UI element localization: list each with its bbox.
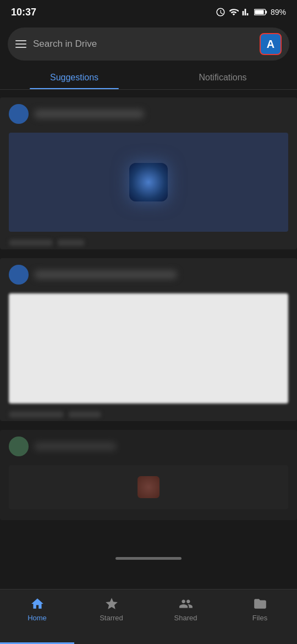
card-2-meta-1 — [9, 411, 64, 418]
svg-rect-1 — [266, 10, 267, 13]
card-3-preview — [9, 465, 288, 509]
card-2-meta — [0, 408, 297, 414]
card-1-meta-1 — [9, 239, 53, 246]
card-3-title — [34, 442, 117, 451]
nav-files-label: Files — [252, 614, 267, 622]
suggestion-card-3[interactable] — [0, 430, 297, 520]
search-bar[interactable]: Search in Drive A — [8, 28, 289, 61]
user-avatar-button[interactable]: A — [260, 33, 282, 55]
card-1-meta-2 — [57, 239, 85, 246]
scroll-indicator — [116, 557, 182, 560]
nav-starred-label: Starred — [100, 614, 123, 622]
search-placeholder: Search in Drive — [33, 39, 253, 50]
nav-item-starred[interactable]: Starred — [74, 596, 148, 622]
suggestion-card-2[interactable] — [0, 258, 297, 421]
card-2-title — [34, 270, 177, 279]
card-1-icon — [9, 104, 29, 124]
card-2-header — [0, 258, 297, 289]
nav-shared-label: Shared — [174, 614, 197, 622]
signal-icon — [242, 7, 251, 17]
suggestion-card-1[interactable] — [0, 97, 297, 249]
tab-suggestions[interactable]: Suggestions — [0, 66, 148, 89]
status-icons: 89% — [216, 7, 286, 17]
nav-home-label: Home — [28, 614, 47, 622]
card-1-preview-icon — [129, 163, 168, 201]
card-3-header — [0, 430, 297, 461]
home-icon — [30, 596, 45, 612]
card-1-header — [0, 97, 297, 128]
card-2-icon — [9, 265, 29, 285]
card-3-preview-icon — [138, 476, 160, 498]
content-area — [0, 92, 297, 620]
nav-item-shared[interactable]: Shared — [148, 596, 223, 622]
wifi-icon — [229, 7, 239, 17]
files-icon — [252, 596, 268, 612]
star-icon — [104, 596, 119, 612]
card-2-meta-2 — [68, 411, 101, 418]
nav-item-files[interactable]: Files — [223, 596, 297, 622]
status-time: 10:37 — [11, 7, 36, 18]
battery-percent: 89% — [271, 8, 286, 17]
card-1-title — [34, 110, 144, 118]
nav-item-home[interactable]: Home — [0, 596, 74, 622]
battery-icon — [254, 8, 267, 16]
tabs-bar: Suggestions Notifications — [0, 66, 297, 90]
card-3-icon — [9, 436, 29, 456]
svg-rect-2 — [255, 10, 263, 14]
bottom-nav: Home Starred Shared Files — [0, 589, 297, 644]
shared-icon — [178, 596, 194, 612]
status-bar: 10:37 89% — [0, 0, 297, 24]
card-1-meta — [0, 236, 297, 243]
alarm-icon — [216, 7, 226, 17]
tab-notifications[interactable]: Notifications — [148, 66, 297, 89]
menu-button[interactable] — [15, 40, 26, 48]
card-1-preview — [9, 133, 288, 232]
card-2-preview — [9, 293, 288, 403]
